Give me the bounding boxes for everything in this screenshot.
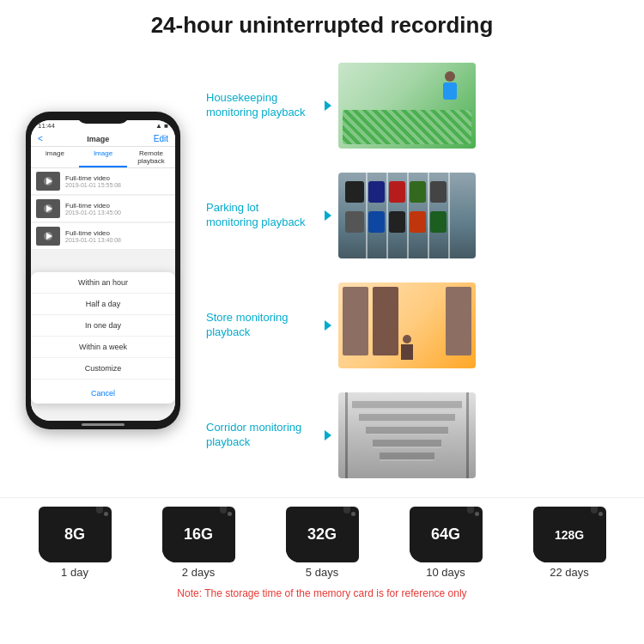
sdcard-section: 8G 1 day 16G 2 days 32G 5 days — [0, 497, 644, 603]
play-circle — [44, 204, 52, 213]
parking-line — [366, 173, 368, 258]
page-title: 24-hour uninterrupted recording — [0, 0, 644, 47]
sdcard-dot — [104, 512, 108, 516]
person-body — [401, 344, 413, 360]
item-title: Full-time video — [65, 174, 170, 182]
filter-dropdown[interactable]: Within an hour Half a day In one day Wit… — [31, 272, 175, 404]
corridor-image — [338, 392, 476, 478]
sdcard-dot — [228, 512, 232, 516]
car — [389, 181, 405, 203]
home-indicator — [82, 423, 125, 426]
monitor-img-corridor — [338, 392, 476, 478]
monitor-img-store — [338, 283, 476, 368]
phone-body: 11:44 ▲ ■ < Image Edit image Image Remot… — [26, 112, 180, 429]
sdcard-item-16g: 16G 2 days — [162, 507, 235, 579]
car — [368, 211, 385, 233]
sdcard-item-32g: 32G 5 days — [286, 507, 359, 579]
cancel-button[interactable]: Cancel — [31, 383, 175, 404]
monitor-row-corridor: Corridor monitoringplayback — [206, 392, 635, 478]
sdcard-item-128g: 128G 22 days — [533, 507, 606, 579]
item-info: Full-time video 2019-01-01 15:55:08 — [65, 174, 170, 188]
sdcard-size-16g: 16G — [184, 526, 213, 544]
dropdown-item-half-day[interactable]: Half a day — [31, 294, 175, 315]
car — [368, 181, 385, 203]
tab-image-1[interactable]: image — [31, 147, 79, 167]
tab-image-2[interactable]: Image — [79, 147, 127, 167]
sdcard-128g: 128G — [533, 507, 606, 562]
sdcard-days-8g: 1 day — [61, 566, 88, 579]
dropdown-item-within-hour[interactable]: Within an hour — [31, 272, 175, 294]
dropdown-item-week[interactable]: Within a week — [31, 337, 175, 358]
sdcard-item-8g: 8G 1 day — [39, 507, 112, 579]
thumbnail — [36, 227, 60, 246]
play-circle — [44, 177, 52, 185]
monitor-row-housekeeping: Housekeepingmonitoring playback — [206, 63, 635, 149]
back-button[interactable]: < — [38, 134, 43, 143]
list-item: Full-time video 2019-01-01 15:55:08 — [31, 168, 175, 195]
play-circle — [44, 232, 52, 240]
person-body — [443, 82, 457, 100]
sdcard-notch — [591, 507, 598, 513]
car — [410, 181, 426, 203]
arrow-right-icon — [325, 320, 331, 331]
sdcard-dot — [598, 512, 603, 516]
person-head — [403, 335, 411, 343]
sdcard-32g: 32G — [286, 507, 359, 562]
sdcard-notch — [96, 507, 103, 513]
sdcard-dot — [475, 512, 479, 516]
sdcard-size-32g: 32G — [307, 526, 337, 544]
railing — [466, 392, 469, 478]
edit-button[interactable]: Edit — [154, 134, 168, 143]
shelf — [446, 287, 471, 355]
item-title: Full-time video — [65, 202, 170, 210]
car — [410, 211, 426, 233]
sdcard-item-64g: 64G 10 days — [410, 507, 483, 579]
car — [345, 211, 364, 233]
thumbnail — [36, 199, 60, 218]
sdcard-days-16g: 2 days — [182, 566, 215, 579]
sdcard-8g: 8G — [39, 507, 112, 562]
sdcard-notch — [343, 507, 350, 513]
sdcard-size-128g: 128G — [555, 528, 584, 542]
stair — [359, 414, 455, 422]
dropdown-item-customize[interactable]: Customize — [31, 358, 175, 380]
sdcard-size-64g: 64G — [431, 526, 460, 544]
sdcard-days-32g: 5 days — [306, 566, 338, 579]
parking-line — [428, 173, 429, 258]
nav-bar: < Image Edit — [31, 131, 175, 147]
parking-lines — [338, 173, 476, 258]
sdcard-row: 8G 1 day 16G 2 days 32G 5 days — [13, 507, 631, 579]
sdcard-dot — [351, 512, 355, 516]
monitoring-panels: Housekeepingmonitoring playback — [206, 47, 635, 494]
monitor-img-parking — [338, 173, 476, 258]
sdcard-days-128g: 22 days — [550, 566, 589, 579]
housekeeping-image — [338, 63, 476, 149]
item-info: Full-time video 2019-01-01 13:45:00 — [65, 202, 170, 216]
shelf — [343, 287, 368, 355]
monitor-row-parking: Parking lotmonitoring playback — [206, 173, 635, 258]
car — [430, 181, 447, 203]
sdcard-days-64g: 10 days — [426, 566, 465, 579]
item-date: 2019-01-01 13:45:00 — [65, 210, 170, 216]
list-item: Full-time video 2019-01-01 13:45:00 — [31, 196, 175, 222]
sdcard-notch — [467, 507, 474, 513]
stair — [373, 440, 441, 448]
monitor-row-store: Store monitoringplayback — [206, 283, 635, 368]
parking-line — [386, 173, 388, 258]
monitor-label-corridor: Corridor monitoringplayback — [206, 421, 318, 450]
item-date: 2019-01-01 13:40:08 — [65, 237, 170, 243]
tab-remote[interactable]: Remote playback — [127, 147, 175, 167]
monitor-img-housekeeping — [338, 63, 476, 149]
dropdown-item-one-day[interactable]: In one day — [31, 315, 175, 337]
play-icon — [46, 205, 52, 212]
phone-notch — [77, 112, 129, 124]
car — [345, 181, 364, 203]
stair — [380, 453, 434, 461]
page: 24-hour uninterrupted recording 11:44 ▲ … — [0, 0, 644, 644]
car — [430, 211, 447, 233]
time-display: 11:44 — [38, 122, 55, 130]
sdcard-notch — [220, 507, 227, 513]
status-icons: ▲ ■ — [155, 122, 168, 130]
item-title: Full-time video — [65, 229, 170, 237]
phone-tabs: image Image Remote playback — [31, 147, 175, 168]
